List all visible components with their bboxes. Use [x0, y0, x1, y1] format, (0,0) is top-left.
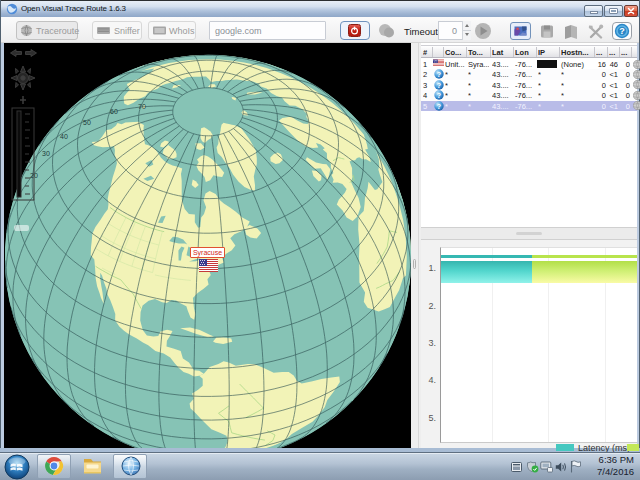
svg-text:50: 50: [83, 119, 91, 126]
svg-text:40: 40: [60, 133, 68, 140]
svg-text:?: ?: [436, 102, 440, 109]
svg-text:?: ?: [619, 26, 625, 36]
svg-text:60: 60: [110, 108, 118, 115]
svg-text:70: 70: [138, 103, 146, 110]
svg-text:?: ?: [436, 71, 440, 78]
svg-text:?: ?: [436, 92, 440, 99]
svg-text:?: ?: [436, 82, 440, 89]
